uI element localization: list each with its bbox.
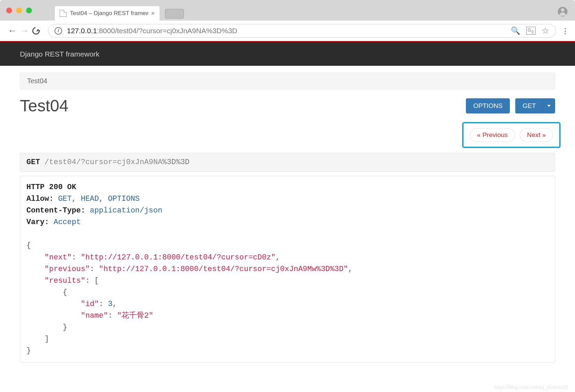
page-title: Test04	[20, 96, 68, 115]
translate-icon[interactable]: G文	[526, 27, 536, 35]
get-button[interactable]: GET	[515, 98, 543, 113]
reload-icon[interactable]	[31, 25, 42, 36]
caret-down-icon	[547, 105, 551, 107]
url-rest: :8000/test04/?cursor=cj0xJnA9NA%3D%3D	[97, 27, 237, 35]
status-line: HTTP 200 OK	[26, 183, 76, 192]
page-icon	[60, 10, 67, 17]
window-maximize[interactable]	[26, 8, 32, 13]
site-info-icon[interactable]: i	[55, 27, 62, 35]
drf-navbar: Django REST framework	[0, 42, 575, 66]
tab-title: Test04 – Django REST framew	[70, 10, 148, 17]
previous-button[interactable]: « Previous	[470, 128, 515, 142]
header-buttons: OPTIONS GET	[466, 98, 555, 113]
window-minimize[interactable]	[16, 8, 22, 13]
breadcrumb: Test04	[20, 73, 555, 89]
request-line: GET /test04/?cursor=cj0xJnA9NA%3D%3D	[20, 153, 555, 172]
get-button-group: GET	[515, 98, 555, 113]
viewport-scroll[interactable]: Django REST framework Test04 Test04 OPTI…	[0, 41, 575, 392]
window-traffic-lights	[6, 8, 32, 13]
watermark: https://blog.csdn.net/qq_41964425	[494, 384, 568, 390]
tab-strip: Test04 – Django REST framew ×	[55, 2, 184, 21]
url-text: 127.0.0.1:8000/test04/?cursor=cj0xJnA9NA…	[67, 27, 237, 35]
profile-icon[interactable]	[558, 7, 567, 16]
close-icon[interactable]: ×	[151, 10, 155, 17]
url-action-icons: 🔍 G文 ☆	[511, 26, 549, 36]
breadcrumb-item[interactable]: Test04	[27, 77, 47, 85]
options-button[interactable]: OPTIONS	[466, 98, 510, 113]
back-button[interactable]: ←	[6, 25, 19, 36]
page-header: Test04 OPTIONS GET	[20, 96, 555, 115]
pagination-container: « Previous Next »	[20, 122, 561, 148]
window-close[interactable]	[6, 8, 12, 13]
url-host: 127.0.0.1	[67, 27, 97, 35]
http-method: GET	[26, 158, 40, 167]
forward-button: →	[19, 25, 31, 36]
response-panel: HTTP 200 OK Allow: GET, HEAD, OPTIONS Co…	[20, 176, 555, 363]
browser-chrome-top: Test04 – Django REST framew ×	[0, 0, 575, 21]
next-button[interactable]: Next »	[520, 128, 553, 142]
pagination-highlight: « Previous Next »	[462, 122, 561, 148]
browser-tab-active[interactable]: Test04 – Django REST framew ×	[55, 6, 160, 21]
chrome-menu-icon[interactable]: ⋯	[562, 26, 569, 35]
get-dropdown-toggle[interactable]	[543, 98, 555, 113]
star-icon[interactable]: ☆	[542, 26, 549, 36]
url-bar[interactable]: i 127.0.0.1:8000/test04/?cursor=cj0xJnA9…	[48, 24, 556, 38]
new-tab-button[interactable]	[165, 9, 184, 19]
address-bar-row: ← → i 127.0.0.1:8000/test04/?cursor=cj0x…	[0, 21, 575, 41]
brand-text[interactable]: Django REST framework	[20, 50, 99, 58]
req-path: /test04/	[40, 158, 81, 167]
zoom-icon[interactable]: 🔍	[511, 26, 520, 35]
